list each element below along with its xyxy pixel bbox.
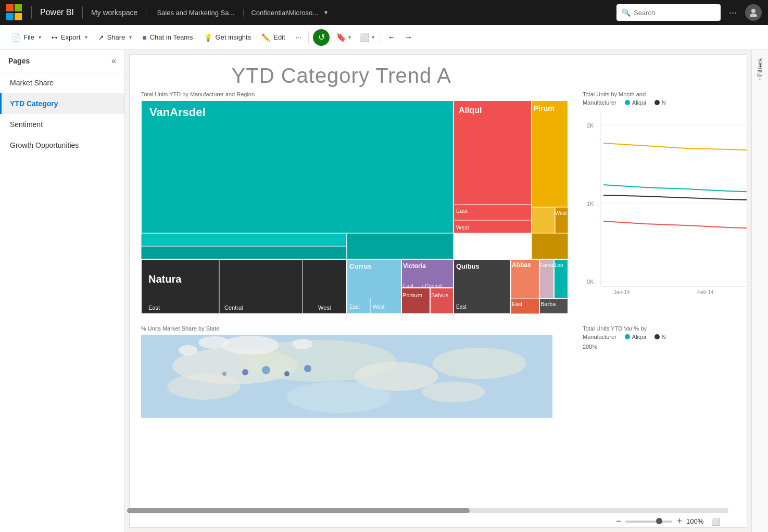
svg-point-79: [422, 382, 485, 402]
svg-rect-8: [141, 233, 347, 246]
zoom-plus-button[interactable]: +: [676, 516, 682, 527]
horizontal-scrollbar[interactable]: [127, 508, 728, 513]
svg-point-86: [284, 371, 289, 376]
refresh-button[interactable]: ↺: [313, 29, 330, 46]
search-box[interactable]: 🔍: [616, 4, 721, 21]
back-icon: ←: [387, 33, 396, 42]
workspace-label[interactable]: My workspace: [91, 8, 137, 17]
svg-text:Currus: Currus: [349, 262, 372, 270]
avatar[interactable]: [745, 4, 762, 21]
view-button[interactable]: ⬜ ▾: [355, 29, 379, 45]
filter-dot-1: [759, 74, 761, 76]
bottom-n-dot: [654, 334, 660, 339]
svg-rect-28: [141, 259, 347, 314]
forward-button[interactable]: →: [400, 30, 417, 45]
bottom-manufacturer-label: Manufacturer: [583, 334, 616, 340]
export-button[interactable]: ↦ Export ▾: [46, 30, 93, 45]
svg-text:Pirum: Pirum: [534, 104, 555, 112]
svg-text:West: West: [318, 305, 331, 311]
share-chevron-icon: ▾: [129, 34, 132, 40]
svg-text:East: East: [512, 301, 522, 307]
n-legend-label: N: [662, 99, 666, 106]
avatar-icon: [749, 8, 758, 17]
nav-divider-2: [82, 6, 83, 19]
svg-text:Abbas: Abbas: [512, 261, 531, 269]
edit-button[interactable]: ✏️ Edit: [256, 30, 290, 45]
svg-rect-23: [532, 207, 555, 233]
back-button[interactable]: ←: [383, 30, 400, 45]
scrollbar-thumb[interactable]: [127, 508, 470, 513]
zoom-slider[interactable]: [625, 521, 672, 523]
bookmark-icon: 🔖: [336, 32, 346, 42]
forward-icon: →: [404, 33, 412, 42]
svg-text:0K: 0K: [587, 278, 594, 285]
sidebar-item-growth-opportunities[interactable]: Growth Opportunities: [0, 135, 124, 156]
file-button[interactable]: 📄 File ▾: [6, 30, 46, 45]
app-name: Power BI: [40, 8, 74, 17]
report-canvas: YTD Category Trend A Total Units YTD by …: [129, 54, 747, 528]
report-divider: |: [243, 8, 245, 17]
bottom-right-chart-label: Total Units YTD Var % by: [583, 325, 647, 332]
svg-text:Jan-14: Jan-14: [614, 289, 630, 295]
zoom-slider-thumb[interactable]: [656, 518, 662, 524]
svg-point-80: [222, 336, 279, 354]
svg-text:Victoria: Victoria: [403, 262, 426, 270]
sidebar-item-ytd-category[interactable]: YTD Category: [0, 93, 124, 114]
bottom-aliqui-label: Aliqui: [632, 334, 646, 340]
svg-point-87: [222, 372, 226, 376]
view-chevron-icon: ▾: [372, 34, 374, 40]
fit-page-icon[interactable]: ⬜: [711, 517, 720, 526]
search-input[interactable]: [634, 9, 715, 17]
svg-rect-10: [347, 233, 454, 259]
svg-point-83: [179, 345, 197, 356]
toolbar-more-button[interactable]: ···: [291, 30, 307, 44]
report-title-nav[interactable]: Sales and Marketing Sa...: [157, 9, 234, 17]
chat-in-teams-button[interactable]: ■ Chat in Teams: [137, 30, 198, 45]
svg-text:East: East: [456, 208, 468, 214]
share-button[interactable]: ↗ Share ▾: [93, 30, 137, 45]
refresh-icon: ↺: [318, 32, 325, 42]
svg-point-76: [433, 348, 526, 379]
sidebar-collapse-button[interactable]: «: [111, 56, 116, 66]
nav-more-button[interactable]: ···: [725, 5, 741, 20]
get-insights-button[interactable]: 💡 Get insights: [198, 30, 257, 45]
edit-icon: ✏️: [261, 33, 270, 42]
toolbar-divider-2: [381, 31, 381, 44]
toolbar-divider: [308, 31, 309, 44]
content-area: YTD Category Trend A Total Units YTD by …: [125, 50, 751, 532]
view-icon: ⬜: [359, 32, 370, 42]
aliqui-legend-label: Aliqui: [632, 99, 646, 106]
svg-rect-2: [141, 100, 454, 233]
bottom-n-label: N: [662, 334, 666, 340]
treemap-label: Total Units YTD by Manufacturer and Regi…: [141, 91, 255, 97]
sidebar-header: Pages «: [0, 50, 124, 72]
file-icon: 📄: [11, 33, 20, 42]
sidebar-item-sentiment[interactable]: Sentiment: [0, 114, 124, 135]
export-chevron-icon: ▾: [85, 34, 87, 40]
svg-text:West: West: [456, 224, 469, 231]
svg-text:VanArsdel: VanArsdel: [149, 106, 206, 119]
treemap-chart[interactable]: VanArsdel East Central West Aliqui East …: [141, 100, 568, 314]
nav-divider-3: [146, 6, 146, 19]
svg-point-84: [242, 369, 248, 375]
logo-green: [15, 4, 22, 11]
svg-point-88: [304, 365, 311, 372]
right-chart-label: Total Units by Month and: [583, 91, 646, 97]
svg-text:Feb-14: Feb-14: [697, 289, 714, 295]
bookmark-button[interactable]: 🔖 ▾: [332, 29, 355, 45]
export-icon: ↦: [52, 33, 58, 42]
sidebar-item-market-share[interactable]: Market Share: [0, 72, 124, 93]
zoom-minus-button[interactable]: −: [616, 516, 622, 527]
svg-point-81: [198, 336, 230, 349]
svg-text:West: West: [373, 304, 385, 310]
svg-text:East: East: [148, 305, 160, 311]
confidence-chevron-icon[interactable]: ▾: [324, 9, 328, 16]
aliqui-legend-dot: [625, 100, 630, 105]
svg-text:Pomum: Pomum: [402, 292, 422, 298]
line-chart: 2K 1K 0K Jan-14 Feb-14: [583, 112, 747, 299]
insights-icon: 💡: [204, 33, 212, 42]
svg-text:Central: Central: [224, 305, 243, 311]
svg-text:1K: 1K: [587, 200, 594, 207]
map-chart[interactable]: [141, 335, 552, 418]
svg-text:Fama: Fama: [540, 262, 553, 268]
